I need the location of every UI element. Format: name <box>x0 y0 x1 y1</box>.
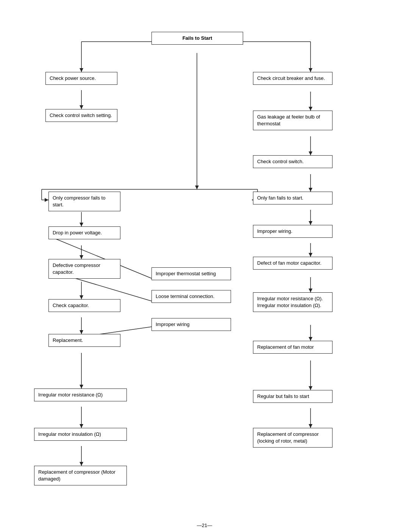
svg-marker-17 <box>309 221 312 225</box>
check-circuit-box: Check circuit breaker and fuse. <box>253 72 333 85</box>
svg-marker-13 <box>309 151 312 155</box>
svg-marker-31 <box>45 198 48 202</box>
svg-marker-47 <box>80 424 83 428</box>
svg-marker-39 <box>80 255 83 259</box>
only-compressor-box: Only compressor fails to start. <box>48 192 120 211</box>
svg-marker-43 <box>80 330 83 334</box>
svg-marker-25 <box>309 386 312 390</box>
svg-marker-15 <box>309 188 312 192</box>
regular-fails-box: Regular but fails to start <box>253 390 333 403</box>
check-control-switch-setting-box: Check control switch setting. <box>45 109 117 122</box>
svg-marker-23 <box>309 337 312 341</box>
improper-wiring-fan-box: Improper wiring. <box>253 225 333 238</box>
flowchart: Fails to Start Check power source. Check… <box>11 15 398 515</box>
replacement-box: Replacement. <box>48 334 120 347</box>
gas-leakage-box: Gas leakage at feeler bulb of thermostat <box>253 111 333 130</box>
loose-terminal-box: Loose terminal connection. <box>151 290 231 303</box>
svg-marker-49 <box>80 462 83 466</box>
svg-marker-21 <box>309 289 312 292</box>
svg-marker-11 <box>309 107 312 111</box>
svg-marker-4 <box>80 68 83 72</box>
svg-marker-19 <box>309 253 312 257</box>
replacement-compressor-motor-box: Replacement of compressor (Motor damaged… <box>34 466 127 485</box>
page-number: —21— <box>11 523 398 528</box>
svg-marker-9 <box>309 68 312 72</box>
page: Fails to Start Check power source. Check… <box>0 0 409 532</box>
replacement-fan-motor-box: Replacement of fan motor <box>253 341 333 354</box>
replacement-compressor-rotor-box: Replacement of compressor (locking of ro… <box>253 428 333 448</box>
improper-wiring-box: Improper wiring <box>151 318 231 331</box>
defective-compressor-cap-box: Defective compressor capacitor. <box>48 259 120 279</box>
drop-power-box: Drop in power voltage. <box>48 226 120 239</box>
svg-marker-1 <box>195 186 199 189</box>
start-box: Fails to Start <box>151 32 243 45</box>
svg-marker-6 <box>80 105 83 109</box>
check-capacitor-box: Check capacitor. <box>48 299 120 312</box>
check-control-switch-box: Check control switch. <box>253 155 333 168</box>
irregular-motor-right-box: Irregular motor resistance (Ω). Irregula… <box>253 292 333 312</box>
only-fan-box: Only fan fails to start. <box>253 192 333 204</box>
check-power-box: Check power source. <box>45 72 117 85</box>
irregular-motor-resistance-left-box: Irregular motor resistance (Ω) <box>34 388 127 401</box>
svg-marker-45 <box>80 385 83 388</box>
svg-marker-37 <box>80 223 83 226</box>
improper-thermostat-box: Improper thermostat setting <box>151 267 231 280</box>
svg-marker-27 <box>309 424 312 428</box>
defect-fan-motor-cap-box: Defect of fan motor capacitor. <box>253 257 333 270</box>
irregular-motor-insulation-left-box: Irregular motor insulation (Ω) <box>34 428 127 441</box>
svg-marker-41 <box>80 295 83 299</box>
